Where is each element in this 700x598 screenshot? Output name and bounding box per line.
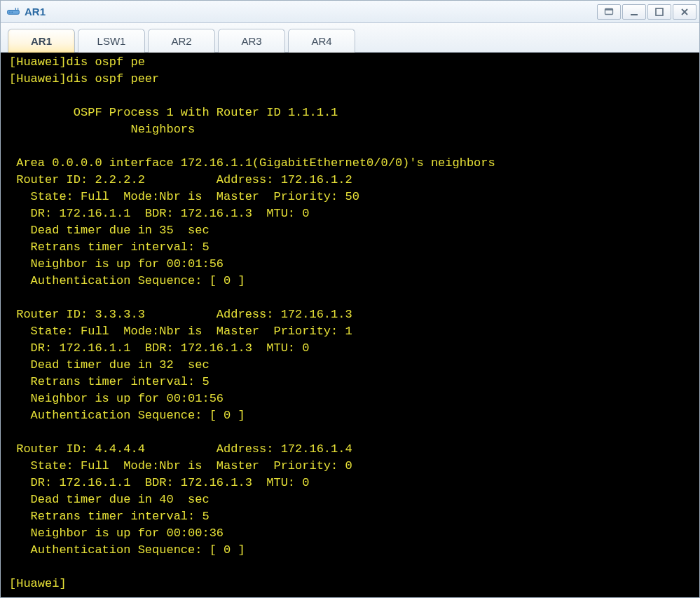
pin-button[interactable] (597, 4, 621, 20)
svg-rect-5 (605, 8, 613, 10)
minimize-button[interactable] (622, 4, 646, 20)
maximize-button[interactable] (647, 4, 671, 20)
svg-rect-4 (605, 8, 613, 14)
router-icon (6, 5, 20, 19)
tab-label: LSW1 (97, 35, 126, 47)
window-title: AR1 (25, 6, 46, 18)
tab-ar1[interactable]: AR1 (8, 29, 75, 53)
tab-ar3[interactable]: AR3 (218, 29, 285, 53)
titlebar: AR1 (1, 1, 699, 23)
tab-label: AR2 (171, 35, 191, 47)
tab-label: AR1 (31, 35, 52, 47)
close-button[interactable] (673, 4, 696, 20)
svg-point-3 (12, 11, 13, 13)
svg-point-2 (9, 11, 11, 13)
terminal-area[interactable]: [Huawei]dis ospf pe [Huawei]dis ospf pee… (1, 53, 699, 597)
tab-ar4[interactable]: AR4 (288, 29, 355, 53)
device-tabs: AR1 LSW1 AR2 AR3 AR4 (1, 23, 699, 53)
tab-label: AR4 (311, 35, 331, 47)
terminal-output: [Huawei]dis ospf pe [Huawei]dis ospf pee… (9, 54, 695, 592)
svg-rect-7 (656, 8, 663, 15)
svg-rect-6 (631, 14, 638, 15)
tab-ar2[interactable]: AR2 (148, 29, 215, 53)
tab-label: AR3 (241, 35, 261, 47)
app-window: AR1 AR1 LSW1 AR2 AR3 AR4 [Huawei]dis osp… (0, 0, 700, 598)
tab-lsw1[interactable]: LSW1 (78, 29, 145, 53)
